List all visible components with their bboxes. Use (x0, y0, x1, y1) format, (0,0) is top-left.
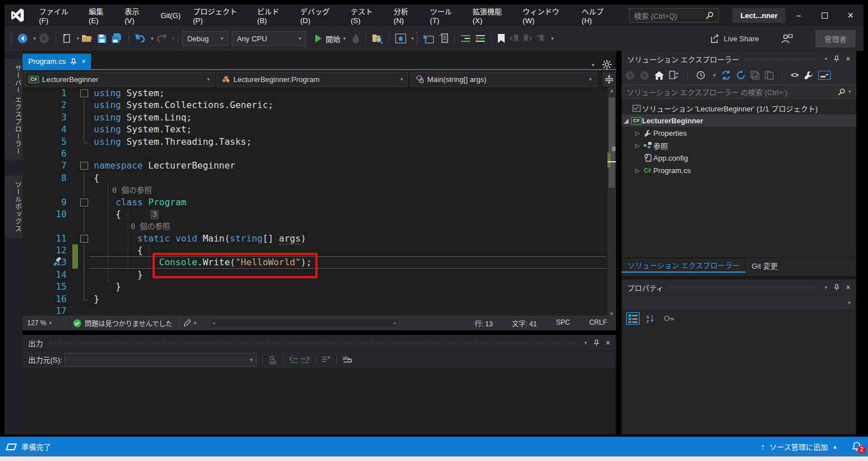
decrease-indent-button[interactable] (459, 31, 472, 46)
menu-view[interactable]: 表示(V) (119, 5, 155, 26)
menu-git[interactable]: Git(G) (154, 5, 186, 26)
menu-window[interactable]: ウィンドウ(W) (517, 5, 576, 26)
menu-file[interactable]: ファイル(F) (33, 5, 83, 26)
code-line[interactable]: 9− class Program (23, 196, 607, 208)
word-wrap-icon[interactable]: ab (342, 355, 353, 364)
menu-test[interactable]: テスト(S) (344, 5, 387, 26)
properties-wrench-icon[interactable] (804, 71, 813, 80)
scrollbar-thumb[interactable] (609, 97, 615, 188)
quick-actions-screwdriver-icon[interactable] (53, 257, 62, 266)
code-line[interactable]: 2using System.Collections.Generic; (23, 99, 607, 111)
undo-dropdown[interactable]: ▾ (151, 36, 154, 41)
properties-title-bar[interactable]: プロパティ ▾ × (622, 279, 856, 295)
hot-reload-button[interactable] (350, 31, 362, 46)
solution-explorer-title-bar[interactable]: ソリューション エクスプローラー ▾ × (622, 51, 856, 67)
gear-icon[interactable] (602, 60, 611, 69)
filter-dropdown[interactable]: ▾ (713, 72, 716, 78)
previous-bookmark-button[interactable] (508, 31, 520, 46)
show-all-files-button[interactable] (818, 71, 831, 80)
cursor-line-indicator[interactable]: 行: 13 (475, 318, 493, 328)
toolbar-grip[interactable] (10, 32, 12, 45)
view-code-icon[interactable]: <> (791, 71, 799, 79)
tree-item-solution[interactable]: ソリューション 'LecturerBeginner' (1/1 プロジェクト) (622, 102, 856, 114)
code-line[interactable]: 3using System.Linq; (23, 111, 607, 123)
code-line[interactable]: 8{ (23, 172, 607, 184)
pin-icon[interactable] (834, 284, 839, 291)
output-content[interactable] (23, 368, 616, 434)
background-tasks-icon[interactable] (6, 443, 17, 450)
close-icon[interactable]: × (606, 338, 610, 347)
scroll-right-icon[interactable]: ▸ (394, 319, 397, 327)
output-title-bar[interactable]: 出力 ▾ × (23, 335, 616, 351)
code-line[interactable]: 13 Console.Write("HelloWorld"); (23, 256, 607, 268)
notifications-bell-button[interactable]: 2 (852, 442, 861, 451)
scroll-up-icon[interactable]: ▲ (607, 87, 616, 94)
find-in-files-button[interactable] (370, 31, 385, 46)
maximize-button[interactable] (811, 5, 837, 26)
solution-explorer-menu-dropdown[interactable]: ▾ (824, 56, 827, 62)
property-pages-key-icon[interactable] (662, 312, 676, 325)
live-share-button[interactable]: Live Share (710, 34, 759, 43)
solution-platform-combo[interactable]: Any CPU▾ (232, 31, 306, 46)
next-bookmark-button[interactable] (522, 31, 534, 46)
goto-previous-message-icon[interactable] (289, 356, 298, 364)
properties-pages-icon[interactable] (765, 71, 774, 80)
categorized-view-button[interactable] (626, 312, 640, 325)
close-icon[interactable]: × (846, 54, 850, 63)
collapsed-arrow-icon[interactable]: ▷ (633, 130, 642, 136)
pin-icon[interactable] (594, 339, 599, 346)
code-line[interactable]: 17 (23, 305, 607, 317)
toolbox-tab[interactable]: ツールボックス (5, 175, 23, 238)
collapse-box[interactable]: − (78, 87, 90, 99)
nav-project-combo[interactable]: C# LecturerBeginner ▾ (24, 72, 215, 87)
code-line[interactable]: 15 } (23, 281, 607, 292)
menu-edit[interactable]: 編集(E) (83, 5, 119, 26)
minimize-button[interactable]: − (785, 5, 811, 26)
start-debug-button[interactable]: 開始 ▾ (312, 31, 349, 46)
output-source-combo[interactable]: ▾ (64, 353, 257, 367)
save-all-button[interactable] (110, 31, 124, 46)
increase-indent-button[interactable]: ? (474, 31, 487, 46)
nav-type-combo[interactable]: LecturerBeginner.Program ▾ (217, 72, 408, 87)
menu-analyze[interactable]: 分析(N) (388, 5, 424, 26)
menu-build[interactable]: ビルド(B) (251, 5, 294, 26)
tree-item-app-config[interactable]: App.config (622, 152, 856, 164)
navigate-back-button[interactable] (15, 31, 30, 46)
clear-all-icon[interactable] (322, 356, 331, 364)
menu-tools[interactable]: ツール(T) (424, 5, 466, 26)
editor-vertical-scrollbar[interactable]: ▲ ▼ (607, 87, 616, 318)
code-line[interactable]: 16} (23, 293, 607, 305)
code-line[interactable]: 10 {3 (23, 208, 607, 220)
undo-button[interactable] (133, 31, 147, 46)
close-button[interactable]: × (837, 5, 863, 26)
menu-extensions[interactable]: 拡張機能(X) (466, 5, 517, 26)
sync-with-active-document-icon[interactable] (669, 71, 679, 80)
forward-icon[interactable] (640, 71, 649, 80)
code-line[interactable]: 4using System.Text; (23, 123, 607, 135)
tree-item-references[interactable]: ▷ 参照 (622, 139, 856, 152)
search-options-dropdown[interactable]: ▾ (848, 89, 851, 94)
new-project-button[interactable] (60, 31, 73, 46)
collapsed-arrow-icon[interactable]: ▷ (633, 167, 642, 174)
code-line[interactable]: 5using System.Threading.Tasks; (23, 136, 607, 148)
editor-horizontal-scrollbar[interactable]: ◂ ▸ (211, 319, 398, 327)
open-file-button[interactable] (80, 31, 94, 46)
feedback-person-icon[interactable] (782, 33, 793, 44)
navigate-back-dropdown[interactable]: ▾ (33, 36, 36, 41)
ide-navigator-button[interactable] (393, 31, 408, 46)
add-to-source-control-button[interactable]: ↑ ソース管理に追加 ▲ (761, 441, 837, 452)
pending-changes-filter-icon[interactable] (696, 71, 705, 80)
close-icon[interactable]: × (846, 283, 850, 292)
properties-menu-dropdown[interactable]: ▾ (824, 285, 827, 290)
solution-explorer-search-box[interactable]: ソリューション エクスプローラー の検索 (Ctrl+:) ▾ (622, 84, 856, 99)
pin-icon[interactable] (834, 55, 839, 62)
new-project-dropdown[interactable]: ▾ (77, 36, 80, 41)
collapse-box[interactable]: − (78, 196, 90, 208)
goto-next-message-icon[interactable] (301, 356, 310, 364)
copy-lines-button[interactable] (437, 31, 450, 46)
find-message-icon[interactable] (268, 355, 277, 364)
redo-button[interactable] (154, 31, 169, 46)
collapse-all-icon[interactable] (750, 71, 760, 80)
tab-git-changes[interactable]: Git 変更 (746, 258, 783, 273)
code-line[interactable]: 0 個の参照 (23, 184, 607, 196)
